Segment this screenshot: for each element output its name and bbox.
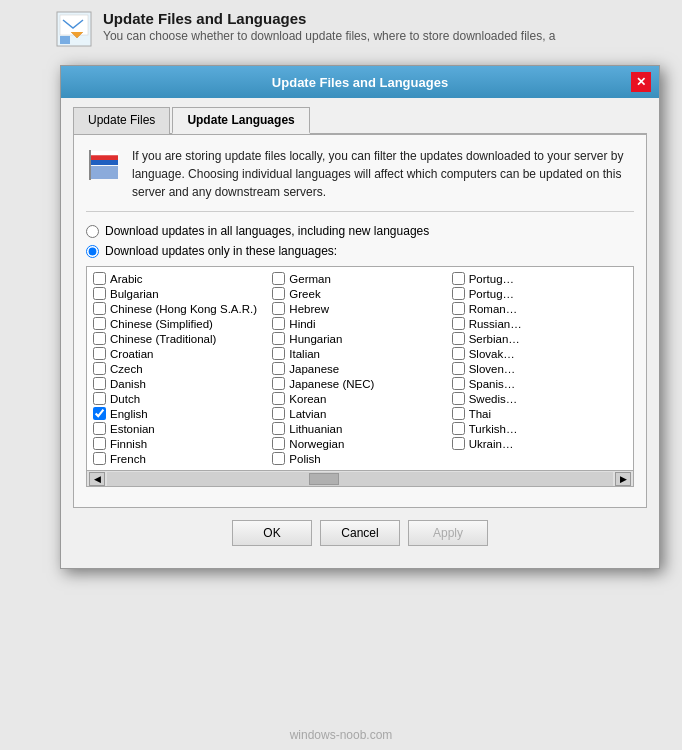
lang-item-lithuanian[interactable]: Lithuanian	[270, 421, 449, 436]
lang-item-estonian[interactable]: Estonian	[91, 421, 270, 436]
lang-item-croatian[interactable]: Croatian	[91, 346, 270, 361]
lang-item-hungarian[interactable]: Hungarian	[270, 331, 449, 346]
checkbox-croatian[interactable]	[93, 347, 106, 360]
lang-item-bulgarian[interactable]: Bulgarian	[91, 286, 270, 301]
checkbox-chinese-hk[interactable]	[93, 302, 106, 315]
lang-item-korean[interactable]: Korean	[270, 391, 449, 406]
checkbox-swedish[interactable]	[452, 392, 465, 405]
lang-col-2: GermanGreekHebrewHindiHungarianItalianJa…	[270, 271, 449, 466]
lang-item-dutch[interactable]: Dutch	[91, 391, 270, 406]
flag-icon	[86, 147, 122, 183]
lang-item-polish[interactable]: Polish	[270, 451, 449, 466]
checkbox-chinese-traditional[interactable]	[93, 332, 106, 345]
checkbox-english[interactable]	[93, 407, 106, 420]
lang-item-chinese-simplified[interactable]: Chinese (Simplified)	[91, 316, 270, 331]
checkbox-danish[interactable]	[93, 377, 106, 390]
checkbox-japanese-nec[interactable]	[272, 377, 285, 390]
checkbox-ukrainian[interactable]	[452, 437, 465, 450]
checkbox-polish[interactable]	[272, 452, 285, 465]
lang-item-slovenian[interactable]: Sloven…	[450, 361, 629, 376]
tab-update-files[interactable]: Update Files	[73, 107, 170, 134]
checkbox-portuguese-pt[interactable]	[452, 287, 465, 300]
apply-button[interactable]: Apply	[408, 520, 488, 546]
lang-item-norwegian[interactable]: Norwegian	[270, 436, 449, 451]
lang-item-japanese[interactable]: Japanese	[270, 361, 449, 376]
checkbox-japanese[interactable]	[272, 362, 285, 375]
checkbox-german[interactable]	[272, 272, 285, 285]
lang-col-1: ArabicBulgarianChinese (Hong Kong S.A.R.…	[91, 271, 270, 466]
lang-item-turkish[interactable]: Turkish…	[450, 421, 629, 436]
checkbox-portuguese-br[interactable]	[452, 272, 465, 285]
checkbox-hindi[interactable]	[272, 317, 285, 330]
radio-selected-languages[interactable]	[86, 245, 99, 258]
lang-item-chinese-hk[interactable]: Chinese (Hong Kong S.A.R.)	[91, 301, 270, 316]
lang-item-swedish[interactable]: Swedis…	[450, 391, 629, 406]
radio-all-languages[interactable]	[86, 225, 99, 238]
checkbox-turkish[interactable]	[452, 422, 465, 435]
checkbox-romanian[interactable]	[452, 302, 465, 315]
checkbox-czech[interactable]	[93, 362, 106, 375]
checkbox-estonian[interactable]	[93, 422, 106, 435]
lang-item-czech[interactable]: Czech	[91, 361, 270, 376]
checkbox-hebrew[interactable]	[272, 302, 285, 315]
info-section: If you are storing update files locally,…	[86, 147, 634, 212]
lang-item-portuguese-br[interactable]: Portug…	[450, 271, 629, 286]
lang-item-english[interactable]: English	[91, 406, 270, 421]
checkbox-lithuanian[interactable]	[272, 422, 285, 435]
checkbox-serbian[interactable]	[452, 332, 465, 345]
lang-item-hebrew[interactable]: Hebrew	[270, 301, 449, 316]
lang-item-romanian[interactable]: Roman…	[450, 301, 629, 316]
checkbox-italian[interactable]	[272, 347, 285, 360]
svg-rect-14	[90, 166, 118, 179]
scroll-track[interactable]	[107, 472, 613, 486]
checkbox-arabic[interactable]	[93, 272, 106, 285]
checkbox-latvian[interactable]	[272, 407, 285, 420]
lang-item-italian[interactable]: Italian	[270, 346, 449, 361]
scroll-left-btn[interactable]: ◀	[89, 472, 105, 486]
lang-item-french[interactable]: French	[91, 451, 270, 466]
lang-item-portuguese-pt[interactable]: Portug…	[450, 286, 629, 301]
lang-item-danish[interactable]: Danish	[91, 376, 270, 391]
cancel-button[interactable]: Cancel	[320, 520, 400, 546]
checkbox-finnish[interactable]	[93, 437, 106, 450]
lang-item-thai[interactable]: Thai	[450, 406, 629, 421]
tab-update-languages[interactable]: Update Languages	[172, 107, 309, 134]
lang-item-ukrainian[interactable]: Ukrain…	[450, 436, 629, 451]
svg-rect-11	[90, 151, 118, 156]
checkbox-chinese-simplified[interactable]	[93, 317, 106, 330]
lang-item-arabic[interactable]: Arabic	[91, 271, 270, 286]
checkbox-slovak[interactable]	[452, 347, 465, 360]
radio-option-all[interactable]: Download updates in all languages, inclu…	[86, 224, 634, 238]
language-list-container: ArabicBulgarianChinese (Hong Kong S.A.R.…	[86, 266, 634, 487]
lang-item-russian[interactable]: Russian…	[450, 316, 629, 331]
lang-item-japanese-nec[interactable]: Japanese (NEC)	[270, 376, 449, 391]
lang-item-hindi[interactable]: Hindi	[270, 316, 449, 331]
checkbox-greek[interactable]	[272, 287, 285, 300]
close-button[interactable]: ✕	[631, 72, 651, 92]
checkbox-thai[interactable]	[452, 407, 465, 420]
lang-item-spanish[interactable]: Spanis…	[450, 376, 629, 391]
scroll-right-btn[interactable]: ▶	[615, 472, 631, 486]
checkbox-dutch[interactable]	[93, 392, 106, 405]
checkbox-hungarian[interactable]	[272, 332, 285, 345]
ok-button[interactable]: OK	[232, 520, 312, 546]
panel-content: If you are storing update files locally,…	[73, 135, 647, 508]
lang-item-finnish[interactable]: Finnish	[91, 436, 270, 451]
lang-item-german[interactable]: German	[270, 271, 449, 286]
checkbox-slovenian[interactable]	[452, 362, 465, 375]
checkbox-bulgarian[interactable]	[93, 287, 106, 300]
lang-item-greek[interactable]: Greek	[270, 286, 449, 301]
lang-item-latvian[interactable]: Latvian	[270, 406, 449, 421]
checkbox-french[interactable]	[93, 452, 106, 465]
radio-option-selected[interactable]: Download updates only in these languages…	[86, 244, 634, 258]
checkbox-spanish[interactable]	[452, 377, 465, 390]
scroll-thumb[interactable]	[309, 473, 339, 485]
checkbox-korean[interactable]	[272, 392, 285, 405]
scrollbar[interactable]: ◀ ▶	[87, 470, 633, 486]
lang-item-chinese-traditional[interactable]: Chinese (Traditional)	[91, 331, 270, 346]
checkbox-russian[interactable]	[452, 317, 465, 330]
bg-title-block: Update Files and Languages You can choos…	[103, 10, 556, 43]
checkbox-norwegian[interactable]	[272, 437, 285, 450]
lang-item-serbian[interactable]: Serbian…	[450, 331, 629, 346]
lang-item-slovak[interactable]: Slovak…	[450, 346, 629, 361]
